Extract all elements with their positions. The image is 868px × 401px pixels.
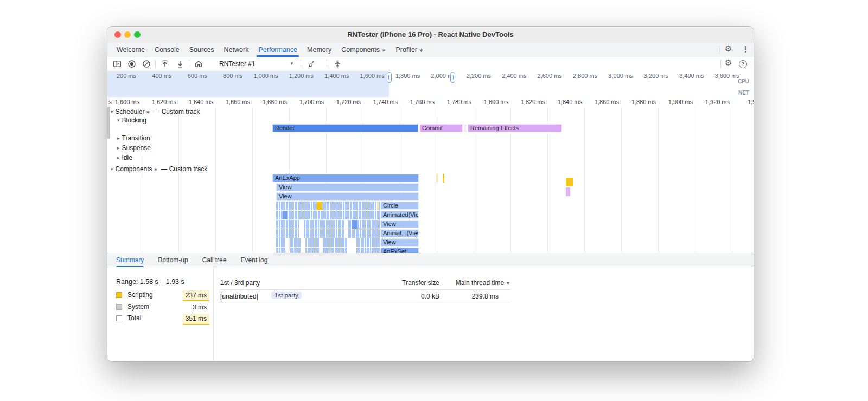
flame-segment[interactable] <box>295 229 297 238</box>
track-suspense-header[interactable]: ▸Suspense <box>117 144 151 152</box>
flame-bar[interactable]: View <box>276 183 419 191</box>
flame-segment[interactable] <box>279 220 280 229</box>
flame-segment[interactable] <box>376 248 380 253</box>
flame-segment[interactable] <box>323 238 325 247</box>
flame-segment[interactable] <box>279 238 280 247</box>
event-mark[interactable] <box>443 174 444 183</box>
flame-segment[interactable] <box>281 229 284 238</box>
flame-segment[interactable] <box>289 211 292 219</box>
tab-network[interactable]: Network <box>219 43 254 57</box>
flame-segment[interactable] <box>366 211 368 219</box>
flame-segment[interactable] <box>331 238 334 247</box>
flame-segment[interactable] <box>367 248 369 253</box>
flame-segment[interactable] <box>340 211 342 219</box>
flame-segment[interactable] <box>330 202 331 210</box>
flame-segment[interactable] <box>308 248 311 253</box>
flame-segment[interactable] <box>279 229 280 238</box>
flame-segment[interactable] <box>362 229 365 238</box>
flame-segment[interactable] <box>323 248 325 253</box>
flame-segment[interactable] <box>308 211 310 219</box>
scheduler-bar-remaining-effects[interactable]: Remaining Effects <box>468 124 562 132</box>
track-blocking-header[interactable]: ▾Blocking <box>117 117 146 124</box>
flame-segment[interactable] <box>279 202 280 210</box>
flame-segment[interactable] <box>308 238 311 247</box>
flame-segment[interactable] <box>326 248 329 253</box>
flame-segment[interactable] <box>331 229 333 238</box>
flame-segment[interactable] <box>305 248 307 253</box>
flame-segment-highlight[interactable] <box>377 202 379 210</box>
flame-segment[interactable] <box>290 238 293 247</box>
flame-segment[interactable] <box>304 211 308 219</box>
flame-segment[interactable] <box>338 220 341 229</box>
selection-handle[interactable] <box>387 72 392 83</box>
flame-segment[interactable] <box>369 220 371 229</box>
flame-bar[interactable]: Animat...(View) <box>380 229 419 237</box>
bottom-tab-bottom-up[interactable]: Bottom-up <box>158 253 188 268</box>
flame-segment[interactable] <box>276 202 278 210</box>
flame-segment[interactable] <box>304 229 305 238</box>
flame-segment[interactable] <box>308 202 310 210</box>
flame-segment[interactable] <box>362 211 363 219</box>
flame-segment[interactable] <box>341 248 344 253</box>
flame-segment[interactable] <box>328 229 331 238</box>
flame-segment[interactable] <box>298 202 299 210</box>
flame-segment[interactable] <box>360 220 361 229</box>
flame-segment[interactable] <box>375 202 376 210</box>
flame-segment[interactable] <box>276 248 278 253</box>
flame-segment[interactable] <box>276 211 278 219</box>
flame-segment-highlight[interactable] <box>283 211 287 219</box>
flame-bar[interactable]: AnExApp <box>272 174 419 182</box>
capture-settings-gear-icon[interactable]: ⚙ <box>725 58 732 68</box>
flame-segment[interactable] <box>331 248 334 253</box>
track-idle-header[interactable]: ▸Idle <box>117 154 132 161</box>
flame-segment[interactable] <box>375 220 378 229</box>
flame-segment[interactable] <box>324 202 326 210</box>
flame-segment[interactable] <box>311 248 314 253</box>
flame-segment[interactable] <box>316 248 319 253</box>
flame-segment[interactable] <box>312 229 314 238</box>
tab-console[interactable]: Console <box>150 43 184 57</box>
flame-segment[interactable] <box>356 238 358 247</box>
flame-segment[interactable] <box>353 229 355 238</box>
flame-segment[interactable] <box>306 229 309 238</box>
flame-segment[interactable] <box>345 211 348 219</box>
flame-segment[interactable] <box>362 202 363 210</box>
flame-segment[interactable] <box>299 248 301 253</box>
tab-profiler[interactable]: Profiler∗ <box>391 43 428 57</box>
flame-segment[interactable] <box>334 211 336 219</box>
flame-segment[interactable] <box>365 220 366 229</box>
flame-segment[interactable] <box>321 211 324 219</box>
flame-segment[interactable] <box>367 229 369 238</box>
flame-segment[interactable] <box>378 229 380 238</box>
more-menu-icon[interactable]: ⋮ <box>742 44 750 54</box>
timeline-overview-minimap[interactable]: 200 ms400 ms600 ms800 ms1,000 ms1,200 ms… <box>107 71 754 98</box>
flame-segment[interactable] <box>295 202 297 210</box>
flame-segment[interactable] <box>361 248 364 253</box>
flame-segment[interactable] <box>333 229 335 238</box>
event-mark[interactable] <box>566 187 570 196</box>
flame-segment[interactable] <box>284 202 285 210</box>
flame-segment[interactable] <box>311 202 312 210</box>
flame-segment[interactable] <box>292 220 294 229</box>
flame-segment[interactable] <box>372 248 374 253</box>
flame-segment[interactable] <box>326 238 329 247</box>
flame-segment[interactable] <box>366 202 368 210</box>
flame-segment[interactable] <box>289 229 292 238</box>
flame-segment[interactable] <box>336 238 339 247</box>
flame-segment[interactable] <box>279 211 280 219</box>
flame-segment[interactable] <box>336 220 337 229</box>
flame-segment[interactable] <box>342 220 344 229</box>
flame-segment[interactable] <box>324 211 326 219</box>
flame-segment[interactable] <box>342 229 344 238</box>
clear-icon[interactable] <box>142 60 151 68</box>
flame-segment[interactable] <box>336 248 339 253</box>
flame-segment[interactable] <box>377 211 380 219</box>
target-select-label[interactable]: RNTester #1 <box>219 57 256 71</box>
flame-segment[interactable] <box>304 220 305 229</box>
flame-bar[interactable]: View <box>276 192 419 200</box>
flame-segment[interactable] <box>356 211 358 219</box>
flame-segment[interactable] <box>343 211 344 219</box>
flame-segment[interactable] <box>281 202 284 210</box>
track-transition-header[interactable]: ▸Transition <box>117 134 150 142</box>
flame-segment[interactable] <box>327 202 329 210</box>
